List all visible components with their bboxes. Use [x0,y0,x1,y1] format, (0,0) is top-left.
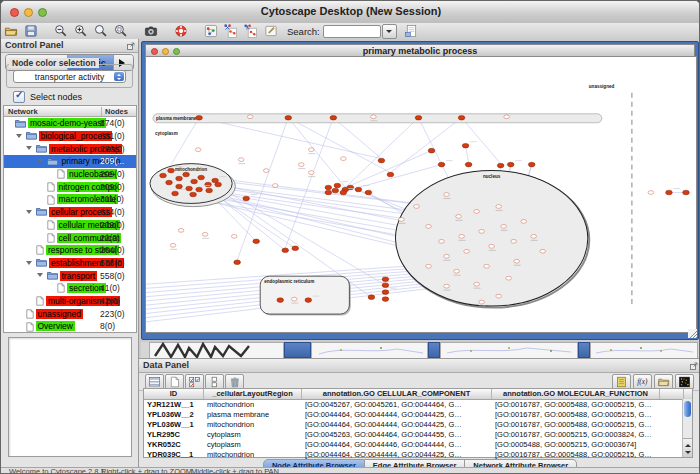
network-node[interactable] [501,224,507,228]
tree-expand-icon[interactable] [37,273,43,280]
zoom-out-button[interactable] [53,24,69,39]
network-overview-button[interactable] [203,24,219,39]
zoom-fit-button[interactable] [93,24,109,39]
table-row[interactable]: YKR052Ccytoplasm[GO:0044464, GO:0044446,… [144,440,692,450]
network-node[interactable] [186,186,193,191]
network-node[interactable] [292,246,299,251]
tree-row[interactable]: cellular process614(0) [4,206,136,219]
network-node[interactable] [458,115,465,120]
network-node[interactable] [176,176,183,181]
cell-region[interactable]: mitochondrion [204,400,302,410]
network-node[interactable] [474,282,480,286]
network-node[interactable] [415,115,422,120]
network-node[interactable] [496,205,502,209]
window-titlebar[interactable]: Cytoscape Desktop (New Session) [1,1,700,24]
network-node[interactable] [444,193,450,197]
network-node[interactable] [160,173,167,178]
cell-id[interactable]: YKR052C [144,440,204,450]
network-node[interactable] [332,188,339,193]
network-node[interactable] [504,115,510,119]
network-node[interactable] [531,234,537,238]
network-node[interactable] [298,163,304,167]
network-node[interactable] [243,196,250,201]
tree-row[interactable]: mosaic-demo-yeast874(0) [4,117,136,130]
network-node[interactable] [444,284,450,288]
cell-cellular-component[interactable]: [GO:0045263, GO:0044464, GO:0044455, G… [302,430,492,440]
network-node[interactable] [365,190,372,195]
cell-cellular-component[interactable]: [GO:0044464, GO:0044446, GO:0044444, G… [302,440,492,450]
network-node[interactable] [172,191,179,196]
cell-molecular-function[interactable]: [GO:0016787, GO:0005488, GO:0005215, G… [492,420,660,430]
network-node[interactable] [263,169,269,173]
network-node[interactable] [459,234,465,238]
network-node[interactable] [479,229,485,233]
node-color-combo[interactable]: transporter activity [13,70,126,83]
network-node[interactable] [484,264,490,268]
network-node[interactable] [340,190,347,195]
network-node[interactable] [456,215,462,219]
cell-molecular-function[interactable]: [GO:0016787, GO:0005488, GO:0005215, G… [492,410,660,420]
network-node[interactable] [206,188,213,193]
network-node[interactable] [355,187,362,192]
network-node[interactable] [277,298,284,303]
open-session-button[interactable] [3,24,19,39]
network-node[interactable] [439,239,445,243]
tree-col-network[interactable]: Network [8,107,38,116]
zoom-in-button[interactable] [73,24,89,39]
tree-expand-icon[interactable] [16,134,22,141]
cell-cellular-component[interactable]: [GO:0044464, GO:0044444, GO:0044425, G… [302,410,492,420]
tree-row[interactable]: metabolic process280(0) [4,142,136,155]
network-node[interactable] [399,218,405,222]
tree-row[interactable]: Overview8(0) [4,320,136,333]
network-node[interactable] [371,115,377,119]
layout-1-button[interactable] [223,24,239,39]
column-header[interactable]: annotation.GO CELLULAR_COMPONENT [302,389,492,399]
network-node[interactable] [247,115,253,119]
network-node[interactable] [191,179,198,184]
table-row[interactable]: YLR295Ccytoplasm[GO:0045263, GO:0044464,… [144,430,692,440]
cell-molecular-function[interactable]: [GO:0016787, GO:0005488, GO:0005215, G… [492,400,660,410]
cell-id[interactable]: YJR121W__1 [144,400,204,410]
network-node[interactable] [291,297,297,301]
cell-id[interactable]: YLR295C [144,430,204,440]
network-node[interactable] [308,171,314,175]
table-row[interactable]: YJR121W__1mitochondrion[GO:0045267, GO:0… [144,400,692,410]
cell-region[interactable]: cytoplasm [204,430,302,440]
network-node[interactable] [196,115,203,120]
network-node[interactable] [330,115,337,120]
network-node[interactable] [382,290,389,295]
network-node[interactable] [202,232,208,236]
network-node[interactable] [272,184,278,188]
table-row[interactable]: YPL036W__2plasma membrane[GO:0044464, GO… [144,410,692,420]
network-node[interactable] [234,260,241,265]
network-node[interactable] [479,300,485,304]
network-node[interactable] [540,249,546,253]
annotation-button[interactable] [263,24,279,39]
network-node[interactable] [648,191,654,195]
network-node[interactable] [325,190,332,195]
network-node[interactable] [238,158,244,162]
cell-molecular-function[interactable]: [GO:0016787, GO:0005215, GO:0003824, G… [492,430,660,440]
network-node[interactable] [382,297,389,302]
network-node[interactable] [178,228,184,232]
network-node[interactable] [170,243,176,247]
network-node[interactable] [231,234,237,238]
zoom-selected-button[interactable] [113,24,129,39]
network-window[interactable]: primary metabolic process plasma membran… [141,41,699,340]
table-scrollbar[interactable] [682,399,692,457]
tree-row[interactable]: cellular metabol209(0) [4,219,136,232]
tree-row[interactable]: biological_process651(0) [4,130,136,143]
background-windows-strip[interactable] [141,342,699,358]
network-node[interactable] [378,158,385,163]
save-session-button[interactable] [23,24,39,39]
network-node[interactable] [382,277,389,282]
network-node[interactable] [507,162,514,167]
tree-expand-icon[interactable] [26,146,32,153]
network-node[interactable] [514,259,520,263]
network-node[interactable] [168,168,175,173]
network-node[interactable] [205,182,212,187]
select-nodes-checkbox[interactable] [13,91,25,103]
layout-2-button[interactable] [243,24,259,39]
birds-eye-view[interactable] [8,337,132,457]
table-row[interactable]: YPL036W__1mitochondrion[GO:0044464, GO:0… [144,420,692,430]
